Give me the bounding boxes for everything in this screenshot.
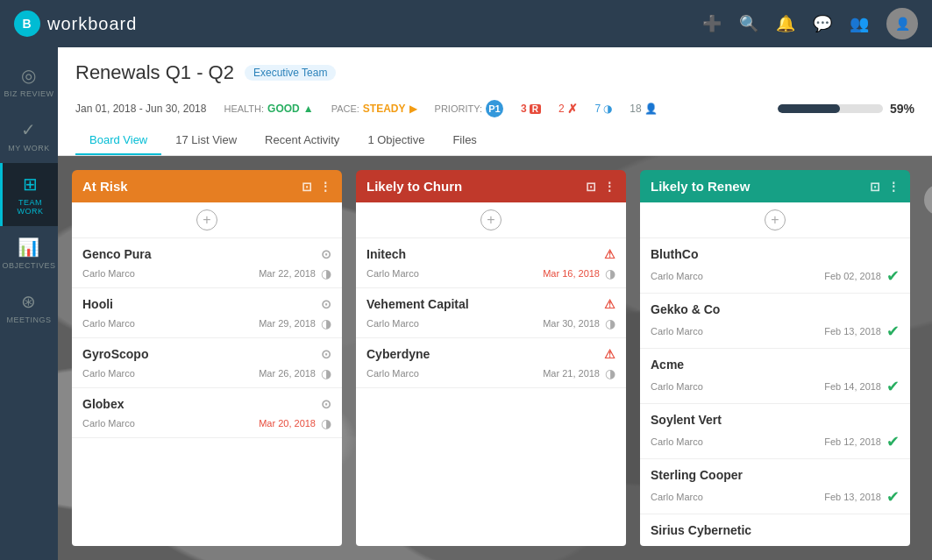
x-metric: 2 ✗ — [558, 102, 578, 116]
exec-team-badge[interactable]: Executive Team — [245, 65, 337, 81]
pace-icon: ▶ — [409, 103, 417, 115]
add-icon[interactable]: ➕ — [702, 14, 722, 33]
card-meta: Carlo Marco Feb 14, 2018 ✔ — [651, 377, 900, 396]
x-icon: ✗ — [567, 102, 578, 116]
objectives-label: OBJECTIVES — [3, 261, 56, 270]
card-warn-icon: ⚠ — [604, 297, 615, 311]
b-metric: 7 ◑ — [595, 103, 613, 115]
card-meta: Carlo Marco Mar 29, 2018 ◑ — [82, 316, 331, 330]
team-icon[interactable]: 👥 — [850, 14, 869, 33]
tab-files[interactable]: Files — [438, 126, 490, 155]
chat-icon[interactable]: 💬 — [813, 14, 832, 33]
card-meta: Carlo Marco Mar 22, 2018 ◑ — [82, 266, 331, 280]
sidebar-item-biz-review[interactable]: ◎ BIZ REVIEW — [0, 54, 58, 109]
column-menu-icon[interactable]: ⋮ — [603, 180, 615, 194]
add-card-button[interactable]: + — [196, 209, 217, 230]
card-title: Cyberdyne ⚠ — [366, 347, 615, 361]
r-badge-icon: R — [530, 104, 541, 114]
column-settings-icon[interactable]: ⊡ — [302, 180, 312, 194]
card-check-icon: ✔ — [886, 266, 900, 286]
card-status-icon: ◑ — [321, 266, 331, 280]
notifications-icon[interactable]: 🔔 — [776, 14, 795, 33]
card-cyberdyne[interactable]: Cyberdyne ⚠ Carlo Marco Mar 21, 2018 ◑ — [356, 338, 626, 388]
r-metric: 3 R — [521, 103, 541, 115]
my-work-icon: ✓ — [21, 119, 37, 140]
column-title-renew: Likely to Renew — [651, 179, 750, 194]
card-bluthco[interactable]: BluthCo Carlo Marco Feb 02, 2018 ✔ — [640, 238, 910, 294]
column-settings-icon[interactable]: ⊡ — [586, 180, 596, 194]
sidebar-item-team-work[interactable]: ⊞ TEAM WORK — [0, 163, 58, 226]
meetings-label: MEETINGS — [6, 315, 51, 324]
card-warn-icon: ⚠ — [604, 247, 615, 261]
b-icon: ◑ — [603, 103, 612, 115]
card-gekko[interactable]: Gekko & Co Carlo Marco Feb 13, 2018 ✔ — [640, 294, 910, 349]
app-logo[interactable]: B workboard — [14, 11, 137, 37]
add-column-button[interactable]: + — [924, 184, 932, 216]
card-hooli[interactable]: Hooli ⊙ Carlo Marco Mar 29, 2018 ◑ — [72, 288, 342, 338]
card-sterling[interactable]: Sterling Cooper Carlo Marco Feb 13, 2018… — [640, 459, 910, 514]
page-title-row: Renewals Q1 - Q2 Executive Team — [75, 61, 914, 84]
column-settings-icon[interactable]: ⊡ — [870, 180, 880, 194]
column-renew: Likely to Renew ⊡ ⋮ + BluthCo — [640, 170, 910, 546]
column-header-at-risk: At Risk ⊡ ⋮ — [72, 170, 342, 202]
card-title: Sirius Cybernetic — [651, 523, 900, 537]
card-check-icon: ✔ — [886, 377, 900, 396]
pace-status: PACE: STEADY ▶ — [331, 103, 417, 115]
card-genco-pura[interactable]: Genco Pura ⊙ Carlo Marco Mar 22, 2018 ◑ — [72, 238, 342, 288]
card-globex[interactable]: Globex ⊙ Carlo Marco Mar 20, 2018 ◑ — [72, 388, 342, 438]
card-status-icon: ◑ — [605, 316, 615, 330]
page-header: Renewals Q1 - Q2 Executive Team Jan 01, … — [58, 47, 932, 156]
card-info-icon: ⊙ — [321, 297, 331, 311]
card-acme[interactable]: Acme Carlo Marco Feb 14, 2018 ✔ — [640, 349, 910, 404]
card-title: Initech ⚠ — [366, 247, 615, 261]
progress-bar-fill — [778, 104, 840, 113]
tabs: Board View 17 List View Recent Activity … — [75, 126, 914, 155]
card-sirius[interactable]: Sirius Cybernetic Carlo Marco Feb 20, 20… — [640, 514, 910, 546]
tab-list-view[interactable]: 17 List View — [161, 126, 251, 155]
column-menu-icon[interactable]: ⋮ — [887, 180, 900, 194]
card-title: Gekko & Co — [651, 302, 900, 316]
search-icon[interactable]: 🔍 — [739, 14, 758, 33]
card-title: Soylent Vert — [651, 413, 900, 427]
avatar[interactable]: 👤 — [886, 8, 918, 39]
column-menu-icon[interactable]: ⋮ — [319, 180, 331, 194]
card-title: Vehement Capital ⚠ — [366, 297, 615, 311]
card-check-icon: ✔ — [886, 487, 900, 507]
card-check-icon: ✔ — [886, 432, 900, 451]
column-at-risk: At Risk ⊡ ⋮ + Genco Pura — [72, 170, 342, 546]
card-soylent[interactable]: Soylent Vert Carlo Marco Feb 12, 2018 ✔ — [640, 404, 910, 459]
card-meta: Carlo Marco Feb 13, 2018 ✔ — [651, 322, 900, 341]
tab-board-view[interactable]: Board View — [75, 126, 161, 155]
card-meta: Carlo Marco Feb 20, 2018 ✔ — [651, 542, 900, 546]
progress-pct: 59% — [890, 102, 914, 116]
progress-bar-bg — [778, 104, 883, 113]
card-gyroscopo[interactable]: GyroScopo ⊙ Carlo Marco Mar 26, 2018 ◑ — [72, 338, 342, 388]
column-header-renew: Likely to Renew ⊡ ⋮ — [640, 170, 910, 202]
card-info-icon: ⊙ — [321, 397, 331, 411]
app-name: workboard — [47, 14, 137, 34]
card-initech[interactable]: Initech ⚠ Carlo Marco Mar 16, 2018 ◑ — [356, 238, 626, 288]
tab-objective[interactable]: 1 Objective — [353, 126, 438, 155]
sidebar-item-objectives[interactable]: 📊 OBJECTIVES — [0, 226, 58, 280]
sidebar-item-my-work[interactable]: ✓ MY WORK — [0, 109, 58, 163]
card-check-icon: ✔ — [886, 322, 900, 341]
biz-review-label: BIZ REVIEW — [4, 89, 53, 98]
meetings-icon: ⊛ — [21, 291, 37, 312]
card-meta: Carlo Marco Mar 30, 2018 ◑ — [366, 316, 615, 330]
column-body-renew: + BluthCo Carlo Marco Feb 02, 2018 ✔ — [640, 202, 910, 546]
card-check-icon: ✔ — [886, 542, 900, 546]
column-header-icons: ⊡ ⋮ — [870, 180, 900, 194]
tab-recent-activity[interactable]: Recent Activity — [251, 126, 353, 155]
content-area: Renewals Q1 - Q2 Executive Team Jan 01, … — [58, 47, 932, 560]
biz-review-icon: ◎ — [21, 65, 37, 86]
add-card-button[interactable]: + — [480, 209, 502, 230]
card-vehement[interactable]: Vehement Capital ⚠ Carlo Marco Mar 30, 2… — [356, 288, 626, 338]
priority-badge: P1 — [486, 100, 503, 117]
main-layout: ◎ BIZ REVIEW ✓ MY WORK ⊞ TEAM WORK 📊 OBJ… — [0, 47, 932, 560]
card-status-icon: ◑ — [605, 366, 615, 380]
column-title-at-risk: At Risk — [82, 179, 128, 194]
logo-icon: B — [14, 11, 40, 37]
add-card-button[interactable]: + — [765, 209, 786, 230]
column-churn: Likely to Churn ⊡ ⋮ + Initech — [356, 170, 626, 546]
sidebar-item-meetings[interactable]: ⊛ MEETINGS — [0, 280, 58, 335]
